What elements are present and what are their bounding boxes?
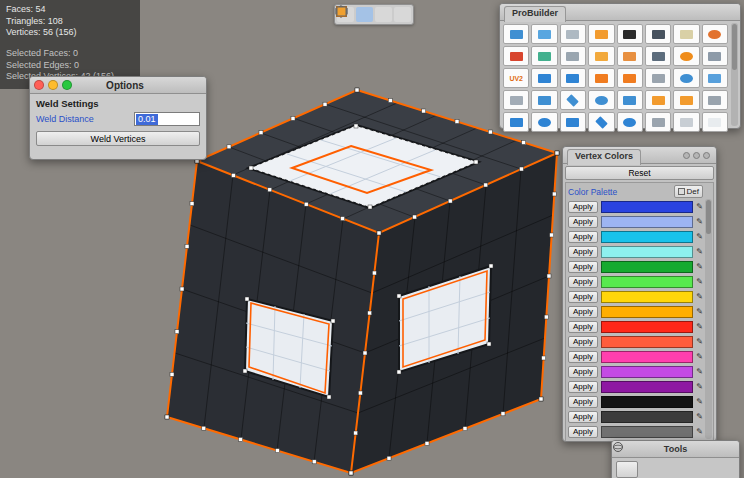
- apply-color-button[interactable]: Apply: [568, 276, 598, 288]
- eyedropper-icon[interactable]: ✎: [696, 277, 703, 286]
- eyedropper-icon[interactable]: ✎: [696, 337, 703, 346]
- eyedropper-icon[interactable]: ✎: [696, 307, 703, 316]
- probuilder-tool-button[interactable]: [673, 112, 699, 132]
- vertex-handle[interactable]: [239, 437, 243, 441]
- vertex-handle[interactable]: [349, 471, 353, 475]
- eyedropper-icon[interactable]: ✎: [696, 322, 703, 331]
- tools-titlebar[interactable]: Tools: [612, 441, 739, 458]
- apply-color-button[interactable]: Apply: [568, 306, 598, 318]
- vertex-handle[interactable]: [175, 330, 179, 334]
- vertex-handle[interactable]: [397, 294, 401, 298]
- vertex-handle[interactable]: [341, 217, 345, 221]
- probuilder-tool-button[interactable]: [702, 46, 728, 66]
- color-swatch[interactable]: [601, 351, 693, 363]
- vertex-handle[interactable]: [231, 173, 235, 177]
- probuilder-tool-button[interactable]: [617, 68, 643, 88]
- vertex-handle[interactable]: [368, 311, 372, 315]
- vertex-handle[interactable]: [363, 351, 367, 355]
- probuilder-tool-button[interactable]: [531, 46, 557, 66]
- vertex-handle[interactable]: [544, 315, 548, 319]
- minimize-icon[interactable]: [48, 80, 58, 90]
- apply-color-button[interactable]: Apply: [568, 291, 598, 303]
- vertex-handle[interactable]: [422, 109, 426, 113]
- vertex-handle[interactable]: [484, 183, 488, 187]
- color-swatch[interactable]: [601, 381, 693, 393]
- color-swatch[interactable]: [601, 276, 693, 288]
- apply-color-button[interactable]: Apply: [568, 381, 598, 393]
- vertex-handle[interactable]: [488, 130, 492, 134]
- vertex-handle[interactable]: [170, 372, 174, 376]
- vertex-colors-titlebar[interactable]: Vertex Colors: [563, 147, 716, 164]
- color-swatch[interactable]: [601, 231, 693, 243]
- vertex-handle[interactable]: [448, 199, 452, 203]
- probuilder-tool-button[interactable]: [503, 24, 529, 44]
- probuilder-tool-button[interactable]: [617, 112, 643, 132]
- vertex-handle[interactable]: [275, 449, 279, 453]
- vertex-handle[interactable]: [259, 131, 263, 135]
- vertex-handle[interactable]: [487, 342, 491, 346]
- vertex-handle[interactable]: [547, 274, 551, 278]
- probuilder-tool-button[interactable]: [617, 24, 643, 44]
- eyedropper-icon[interactable]: ✎: [696, 367, 703, 376]
- vertex-colors-tab[interactable]: Vertex Colors: [567, 149, 641, 165]
- vertex-mode-button[interactable]: [356, 7, 373, 22]
- vertex-handle[interactable]: [474, 160, 478, 164]
- probuilder-titlebar[interactable]: ProBuilder: [500, 4, 740, 21]
- color-swatch[interactable]: [601, 411, 693, 423]
- vertex-handle[interactable]: [519, 167, 523, 171]
- color-swatch[interactable]: [601, 396, 693, 408]
- vertex-handle[interactable]: [368, 205, 372, 209]
- reset-button[interactable]: Reset: [565, 166, 714, 180]
- weld-distance-input[interactable]: 0.01: [134, 112, 200, 126]
- vertex-handle[interactable]: [463, 427, 467, 431]
- eyedropper-icon[interactable]: ✎: [696, 292, 703, 301]
- vertex-handle[interactable]: [327, 395, 331, 399]
- palette-scrollbar[interactable]: [705, 199, 712, 439]
- eyedropper-icon[interactable]: ✎: [696, 412, 703, 421]
- probuilder-tool-button[interactable]: [645, 24, 671, 44]
- vertex-handle[interactable]: [552, 192, 556, 196]
- window-dot-icon[interactable]: [683, 152, 690, 159]
- vertex-handle[interactable]: [425, 441, 429, 445]
- probuilder-tool-button[interactable]: [673, 90, 699, 110]
- vertex-handle[interactable]: [227, 145, 231, 149]
- probuilder-tool-button[interactable]: [560, 24, 586, 44]
- probuilder-tool-button[interactable]: [588, 24, 614, 44]
- apply-color-button[interactable]: Apply: [568, 351, 598, 363]
- vertex-handle[interactable]: [354, 431, 358, 435]
- color-swatch[interactable]: [601, 306, 693, 318]
- vertex-handle[interactable]: [522, 141, 526, 145]
- vertex-handle[interactable]: [355, 88, 359, 92]
- vertex-handle[interactable]: [542, 356, 546, 360]
- tools-panel-button[interactable]: [616, 461, 638, 478]
- probuilder-scrollbar[interactable]: [731, 23, 738, 126]
- vertex-handle[interactable]: [190, 202, 194, 206]
- apply-color-button[interactable]: Apply: [568, 246, 598, 258]
- probuilder-tool-button[interactable]: [673, 24, 699, 44]
- probuilder-tool-button[interactable]: [560, 68, 586, 88]
- vertex-handle[interactable]: [489, 264, 493, 268]
- probuilder-tool-button[interactable]: [645, 68, 671, 88]
- probuilder-tool-button[interactable]: [560, 90, 586, 110]
- probuilder-tool-button[interactable]: [702, 90, 728, 110]
- vertex-handle[interactable]: [312, 460, 316, 464]
- eyedropper-icon[interactable]: ✎: [696, 232, 703, 241]
- probuilder-tool-button[interactable]: [588, 90, 614, 110]
- probuilder-tool-button[interactable]: [702, 24, 728, 44]
- window-dot-icon[interactable]: [703, 152, 710, 159]
- close-icon[interactable]: [34, 80, 44, 90]
- vertex-handle[interactable]: [555, 151, 559, 155]
- eyedropper-icon[interactable]: ✎: [696, 247, 703, 256]
- eyedropper-icon[interactable]: ✎: [696, 382, 703, 391]
- probuilder-tool-button[interactable]: [702, 68, 728, 88]
- weld-vertices-button[interactable]: Weld Vertices: [36, 131, 200, 146]
- probuilder-tool-button[interactable]: [702, 112, 728, 132]
- vertex-handle[interactable]: [501, 412, 505, 416]
- probuilder-tool-button[interactable]: [503, 90, 529, 110]
- probuilder-tool-button[interactable]: [645, 90, 671, 110]
- color-swatch[interactable]: [601, 321, 693, 333]
- vertex-handle[interactable]: [243, 369, 247, 373]
- vertex-handle[interactable]: [268, 188, 272, 192]
- vertex-handle[interactable]: [377, 231, 381, 235]
- vertex-handle[interactable]: [323, 102, 327, 106]
